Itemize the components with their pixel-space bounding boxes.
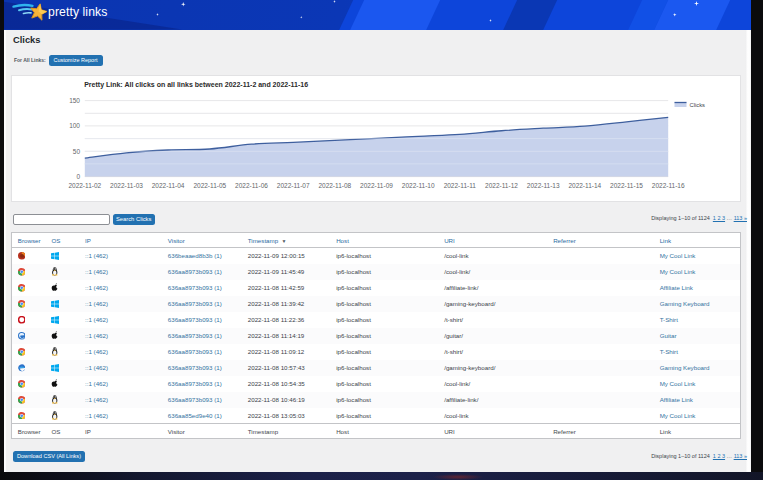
svg-text:0: 0 xyxy=(77,173,81,180)
svg-text:2022-11-14: 2022-11-14 xyxy=(569,182,602,189)
svg-text:Pretty Link: All clicks on all: Pretty Link: All clicks on all links bet… xyxy=(84,81,308,89)
svg-text:2022-11-07: 2022-11-07 xyxy=(277,182,310,189)
svg-text:2022-11-16: 2022-11-16 xyxy=(652,182,685,189)
svg-text:2022-11-15: 2022-11-15 xyxy=(610,182,643,189)
svg-text:2022-11-12: 2022-11-12 xyxy=(485,182,518,189)
svg-text:2022-11-03: 2022-11-03 xyxy=(110,182,143,189)
svg-text:2022-11-08: 2022-11-08 xyxy=(319,182,352,189)
svg-text:150: 150 xyxy=(69,97,80,104)
svg-text:Clicks: Clicks xyxy=(690,102,706,108)
svg-text:2022-11-09: 2022-11-09 xyxy=(360,182,393,189)
svg-text:2022-11-06: 2022-11-06 xyxy=(235,182,268,189)
svg-text:2022-11-13: 2022-11-13 xyxy=(527,182,560,189)
svg-text:50: 50 xyxy=(73,147,81,154)
svg-text:2022-11-04: 2022-11-04 xyxy=(152,182,185,189)
svg-text:2022-11-02: 2022-11-02 xyxy=(69,182,102,189)
svg-text:2022-11-10: 2022-11-10 xyxy=(402,182,435,189)
svg-text:100: 100 xyxy=(69,122,80,129)
svg-text:2022-11-11: 2022-11-11 xyxy=(444,182,477,189)
svg-text:2022-11-05: 2022-11-05 xyxy=(194,182,227,189)
